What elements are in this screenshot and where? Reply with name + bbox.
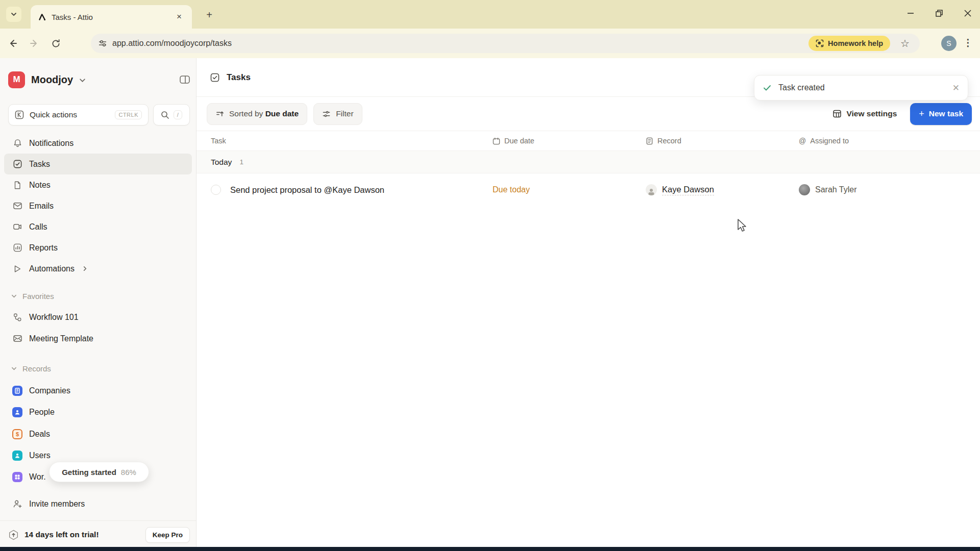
keyboard-k-icon bbox=[15, 110, 24, 119]
attio-favicon bbox=[38, 13, 46, 21]
favorites-section-header[interactable]: Favorites bbox=[11, 290, 54, 302]
column-header-due-date[interactable]: Due date bbox=[493, 137, 646, 145]
workspace-logo: M bbox=[8, 71, 25, 88]
workflow-icon bbox=[12, 312, 22, 322]
sorted-by-button[interactable]: Sorted by Due date bbox=[207, 103, 307, 125]
attio-app: M Moodjoy Quick actions CTRLK / Notifica… bbox=[0, 58, 980, 547]
restore-icon[interactable] bbox=[932, 6, 946, 20]
address-bar[interactable]: app.attio.com/moodjoycorp/tasks Homework… bbox=[91, 34, 920, 53]
sidebar-item-label: Notes bbox=[29, 181, 51, 190]
records-section-header[interactable]: Records bbox=[11, 363, 51, 374]
toast-check-icon bbox=[763, 83, 772, 92]
quick-actions-label: Quick actions bbox=[30, 110, 109, 119]
sidebar-item-deals[interactable]: $ Deals bbox=[4, 423, 192, 444]
reports-icon bbox=[12, 243, 22, 253]
bookmark-star-icon[interactable]: ☆ bbox=[900, 37, 910, 49]
assigned-to-cell[interactable]: Sarah Tyler bbox=[799, 184, 980, 195]
sidebar-item-label: Calls bbox=[29, 222, 47, 232]
tab-search-button[interactable] bbox=[6, 7, 21, 22]
sidebar-item-automations[interactable]: Automations bbox=[4, 258, 192, 279]
bell-icon bbox=[12, 138, 22, 148]
sidebar-item-reports[interactable]: Reports bbox=[4, 237, 192, 258]
lens-icon bbox=[816, 39, 824, 47]
note-icon bbox=[12, 180, 22, 190]
new-tab-button[interactable]: + bbox=[202, 8, 216, 22]
workspace-switcher[interactable]: M Moodjoy bbox=[8, 69, 190, 90]
reload-icon[interactable] bbox=[47, 35, 64, 52]
at-icon: @ bbox=[799, 137, 806, 145]
homework-help-chip[interactable]: Homework help bbox=[808, 36, 890, 51]
chevron-down-icon bbox=[11, 11, 17, 17]
calendar-icon bbox=[493, 137, 500, 145]
chevron-down-icon bbox=[11, 293, 17, 299]
forward-icon[interactable] bbox=[26, 35, 43, 52]
toast-task-created: Task created ✕ bbox=[754, 75, 968, 101]
due-date-cell[interactable]: Due today bbox=[493, 185, 646, 194]
search-icon bbox=[161, 111, 169, 119]
window-close-icon[interactable] bbox=[961, 6, 975, 20]
panel-toggle-icon[interactable] bbox=[180, 75, 190, 84]
sidebar-item-label: Tasks bbox=[29, 160, 50, 169]
task-checkbox-circle[interactable] bbox=[211, 185, 221, 195]
plus-icon: + bbox=[919, 109, 924, 119]
sidebar-item-meeting-template[interactable]: Meeting Template bbox=[4, 328, 192, 349]
sidebar-item-label: Workflow 101 bbox=[29, 313, 79, 322]
avatar-placeholder-icon bbox=[646, 184, 657, 195]
chevron-down-icon bbox=[79, 77, 86, 84]
tab-title: Tasks - Attio bbox=[52, 13, 168, 21]
assignee-name: Sarah Tyler bbox=[815, 185, 857, 194]
sidebar-item-calls[interactable]: Calls bbox=[4, 216, 192, 237]
search-button[interactable]: / bbox=[153, 104, 190, 126]
browser-tab-active[interactable]: Tasks - Attio × bbox=[31, 5, 192, 29]
sidebar-item-label: Meeting Template bbox=[29, 334, 93, 343]
column-header-assigned-to[interactable]: @ Assigned to bbox=[799, 137, 980, 145]
sidebar-item-people[interactable]: People bbox=[4, 402, 192, 422]
people-icon bbox=[12, 407, 22, 417]
url-text: app.attio.com/moodjoycorp/tasks bbox=[112, 39, 803, 48]
sidebar-item-companies[interactable]: Companies bbox=[4, 380, 192, 401]
filter-button[interactable]: Filter bbox=[313, 103, 362, 125]
sidebar-item-workflow-101[interactable]: Workflow 101 bbox=[4, 307, 192, 328]
sidebar-item-notifications[interactable]: Notifications bbox=[4, 133, 192, 154]
menu-dots-icon[interactable]: ⋮ bbox=[963, 37, 973, 48]
sidebar-divider bbox=[0, 520, 196, 521]
taskbar-edge bbox=[0, 547, 980, 551]
keep-pro-button[interactable]: Keep Pro bbox=[145, 527, 190, 543]
group-row-today[interactable]: Today 1 bbox=[197, 151, 980, 173]
getting-started-tooltip[interactable]: Getting started 86% bbox=[49, 462, 149, 482]
view-settings-grid-icon bbox=[832, 109, 842, 118]
sidebar-item-label: People bbox=[29, 408, 55, 417]
new-task-button[interactable]: + New task bbox=[910, 103, 972, 125]
record-cell[interactable]: Kaye Dawson bbox=[646, 184, 799, 195]
back-icon[interactable] bbox=[4, 35, 21, 52]
group-count-badge: 1 bbox=[239, 158, 243, 166]
sidebar-item-notes[interactable]: Notes bbox=[4, 174, 192, 195]
sidebar: M Moodjoy Quick actions CTRLK / Notifica… bbox=[0, 58, 197, 547]
toast-close-icon[interactable]: ✕ bbox=[952, 83, 960, 93]
invite-members-button[interactable]: Invite members bbox=[4, 493, 192, 514]
sidebar-item-emails[interactable]: Emails bbox=[4, 195, 192, 216]
trial-arrow-icon bbox=[8, 530, 19, 540]
minimize-icon[interactable] bbox=[903, 6, 918, 20]
record-doc-icon bbox=[646, 137, 653, 145]
tab-close-icon[interactable]: × bbox=[174, 11, 185, 22]
browser-profile-avatar[interactable]: S bbox=[941, 36, 957, 51]
workspaces-icon bbox=[12, 472, 22, 482]
column-header-task[interactable]: Task bbox=[211, 137, 493, 145]
video-icon bbox=[12, 222, 22, 232]
view-settings-button[interactable]: View settings bbox=[825, 103, 904, 125]
search-shortcut: / bbox=[174, 110, 183, 119]
sidebar-item-label: Notifications bbox=[29, 139, 74, 148]
tasks-check-icon bbox=[210, 72, 220, 83]
column-header-record[interactable]: Record bbox=[646, 137, 799, 145]
assignee-avatar bbox=[799, 184, 810, 195]
new-task-label: New task bbox=[929, 109, 963, 118]
quick-actions-button[interactable]: Quick actions CTRLK bbox=[8, 104, 149, 126]
automation-play-icon bbox=[12, 264, 22, 274]
task-row[interactable]: Send project proposal to @Kaye Dawson Du… bbox=[197, 173, 980, 206]
sidebar-item-tasks[interactable]: Tasks bbox=[4, 154, 192, 174]
chevron-right-icon bbox=[82, 266, 88, 271]
getting-started-percent: 86% bbox=[121, 468, 136, 477]
users-icon bbox=[12, 450, 22, 461]
tasks-check-icon bbox=[12, 159, 22, 169]
